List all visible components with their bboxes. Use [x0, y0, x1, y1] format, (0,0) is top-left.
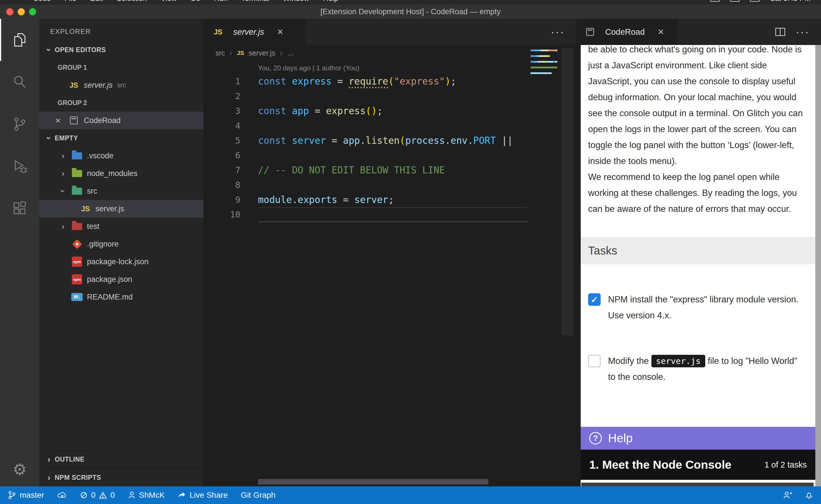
statusbar-sync[interactable] — [57, 491, 67, 499]
menu-item-window[interactable]: Window — [283, 0, 309, 3]
breadcrumb-more[interactable]: … — [287, 49, 294, 57]
code-line-2[interactable]: 2 — [204, 89, 576, 104]
minimap-token — [535, 50, 540, 51]
close-tab-icon[interactable]: × — [658, 26, 664, 38]
close-editor-icon[interactable]: × — [55, 115, 68, 126]
menu-item-code[interactable]: Code — [33, 0, 51, 3]
webview-more-actions-button[interactable]: ··· — [796, 26, 810, 38]
minimize-window-button[interactable] — [18, 8, 25, 15]
line-number: 10 — [204, 207, 258, 222]
statusbar-notifications-button[interactable] — [805, 491, 813, 499]
battery-icon[interactable] — [750, 0, 760, 2]
split-editor-icon[interactable] — [775, 26, 786, 38]
code-line-8[interactable]: 8 — [204, 178, 576, 192]
tree-item-package-json[interactable]: npmpackage.json — [39, 271, 203, 288]
tab-coderoad[interactable]: CodeRoad × — [576, 19, 678, 45]
menubar-clock[interactable]: Sat 6:45 PM — [770, 0, 811, 3]
activity-run-debug-button[interactable] — [0, 145, 39, 187]
webview-scrollbar[interactable] — [815, 45, 821, 486]
sidebar-section-npm-scripts[interactable]: ›NPM SCRIPTS — [39, 468, 203, 486]
code-line-1[interactable]: 1const express = require("express"); — [204, 74, 576, 89]
chevron-right-icon: › — [43, 454, 55, 464]
minimap[interactable] — [530, 49, 557, 77]
minimap-token — [543, 50, 548, 51]
tree-item-server-js[interactable]: JSserver.js — [39, 200, 203, 218]
activity-extensions-button[interactable] — [0, 187, 39, 230]
menu-item-run[interactable]: Run — [214, 0, 228, 3]
breadcrumb-file[interactable]: server.js — [249, 49, 275, 57]
tree-item-readme-md[interactable]: M↓README.md — [39, 288, 203, 306]
display-icon[interactable] — [730, 0, 740, 2]
code-token: express — [326, 105, 365, 116]
webview-icon — [70, 116, 78, 124]
tree-item-vscode[interactable]: ›.vscode — [39, 147, 203, 165]
menu-item-view[interactable]: View — [161, 0, 177, 3]
tree-item-package-lock-json[interactable]: npmpackage-lock.json — [39, 253, 203, 271]
code-line-3[interactable]: 3const app = express(); — [204, 104, 576, 118]
minimap-token — [530, 67, 557, 68]
breadcrumb-folder[interactable]: src — [216, 49, 225, 57]
lesson-header[interactable]: 1. Meet the Node Console 1 of 2 tasks — [581, 450, 815, 480]
activity-explorer-button[interactable] — [0, 19, 39, 61]
statusbar-invite-button[interactable] — [783, 491, 792, 499]
statusbar-account[interactable]: ShMcK — [128, 491, 165, 500]
code-line-10[interactable]: 10 — [204, 207, 576, 222]
editor-more-actions-button[interactable]: ··· — [551, 26, 565, 38]
code-token: module — [258, 194, 292, 205]
window-title: [Extension Development Host] - CodeRoad … — [320, 7, 501, 16]
menu-item-go[interactable]: Go — [190, 0, 200, 3]
keyboard-icon[interactable] — [710, 0, 720, 2]
minimap-token — [540, 50, 543, 51]
chevron-right-icon: › — [280, 48, 282, 58]
code-line-4[interactable]: 4 — [204, 118, 576, 133]
sidebar-section-empty[interactable]: ›EMPTY — [39, 129, 203, 147]
statusbar-live-share[interactable]: Live Share — [178, 491, 228, 500]
open-editor-coderoad[interactable]: ×CodeRoad — [39, 112, 203, 129]
statusbar-problems[interactable]: 0 0 — [80, 491, 115, 500]
editor-group-label-group-1[interactable]: GROUP 1 — [39, 59, 203, 76]
menu-item-terminal[interactable]: Terminal — [241, 0, 269, 3]
gitlens-annotation[interactable]: You, 20 days ago | 1 author (You) — [204, 61, 576, 74]
code-line-6[interactable]: 6 — [204, 148, 576, 163]
code-token: . — [467, 135, 473, 146]
minimap-token — [556, 50, 557, 51]
statusbar-branch[interactable]: master — [8, 491, 44, 500]
close-window-button[interactable] — [6, 8, 13, 15]
errors-icon — [80, 491, 87, 499]
tree-item-node-modules[interactable]: ›node_modules — [39, 165, 203, 182]
zoom-window-button[interactable] — [29, 8, 36, 15]
menu-item-help[interactable]: Help — [323, 0, 338, 3]
menu-item-selection[interactable]: Selection — [116, 0, 147, 3]
inline-code-chip: server.js — [652, 355, 705, 367]
vertical-scrollbar[interactable] — [561, 48, 574, 335]
minimap-token — [530, 61, 534, 63]
horizontal-scrollbar[interactable] — [258, 479, 488, 485]
minimap-line — [530, 72, 557, 75]
line-number: 3 — [204, 104, 258, 118]
code-token: . — [445, 135, 451, 146]
sidebar-section-outline[interactable]: ›OUTLINE — [39, 450, 203, 468]
code-line-5[interactable]: 5const server = app.listen(process.env.P… — [204, 133, 576, 148]
git-branch-icon — [8, 491, 16, 500]
open-editor-server-js[interactable]: JSserver.jssrc — [39, 76, 203, 94]
tree-item-src[interactable]: ›src — [39, 182, 203, 200]
close-tab-icon[interactable]: × — [277, 26, 283, 38]
test-folder-icon — [72, 223, 82, 230]
statusbar-git-graph[interactable]: Git Graph — [241, 491, 275, 500]
settings-gear-button[interactable]: ⚙ — [13, 452, 27, 486]
menu-item-edit[interactable]: Edit — [90, 0, 103, 3]
code-line-9[interactable]: 9module.exports = server; — [204, 192, 576, 207]
tab-server-js[interactable]: JS server.js × — [204, 19, 306, 45]
activity-search-button[interactable] — [0, 61, 39, 103]
task-checkbox[interactable] — [588, 355, 600, 367]
sidebar-section-open-editors[interactable]: ›OPEN EDITORS — [39, 41, 203, 59]
help-header[interactable]: ? Help — [581, 427, 815, 450]
tree-item-gitignore[interactable]: .gitignore — [39, 235, 203, 253]
editor-group-label-group-2[interactable]: GROUP 2 — [39, 94, 203, 112]
code-line-7[interactable]: 7// -- DO NOT EDIT BELOW THIS LINE — [204, 163, 576, 178]
code-editor[interactable]: You, 20 days ago | 1 author (You) 1const… — [204, 61, 576, 486]
activity-source-control-button[interactable] — [0, 103, 39, 145]
task-checkbox[interactable]: ✓ — [588, 293, 600, 306]
tree-item-test[interactable]: ›test — [39, 218, 203, 235]
menu-item-file[interactable]: File — [64, 0, 76, 3]
